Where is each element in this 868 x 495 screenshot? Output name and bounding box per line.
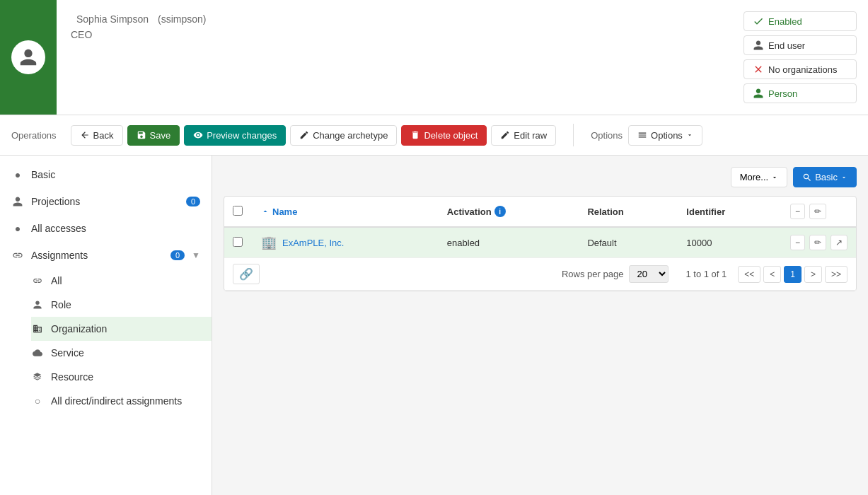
org-building-icon: 🏢: [261, 235, 277, 250]
assignments-count: 0: [170, 250, 185, 260]
chevron-down-icon: [686, 132, 693, 139]
divider: [573, 124, 574, 146]
assignments-icon: [11, 249, 24, 262]
role-person-icon: [33, 300, 42, 310]
edit-icon: [500, 130, 510, 140]
all-direct-icon: ○: [31, 395, 44, 407]
badge-no-orgs[interactable]: No organizations: [743, 59, 857, 79]
sidebar-item-all-direct[interactable]: ○ All direct/indirect assignments: [31, 389, 212, 413]
back-icon: [80, 130, 90, 140]
operations-label: Operations: [11, 130, 57, 141]
sidebar-item-service[interactable]: Service: [31, 341, 212, 365]
options-button[interactable]: Options: [628, 125, 702, 146]
add-assignment-btn[interactable]: 🔗: [233, 264, 260, 284]
row-identifier-cell: 10000: [678, 227, 782, 258]
th-minus-btn[interactable]: −: [790, 204, 805, 219]
save-icon: [137, 130, 146, 140]
sidebar-item-resource[interactable]: Resource: [31, 365, 212, 389]
row-forward-btn[interactable]: ↗: [831, 235, 847, 250]
menu-icon: [637, 130, 647, 140]
th-relation: Relation: [579, 197, 678, 227]
sidebar-item-basic[interactable]: ● Basic: [0, 161, 212, 188]
row-checkbox[interactable]: [233, 237, 243, 247]
first-page-btn[interactable]: <<: [738, 266, 760, 283]
rows-per-page: Rows per page 5 10 20 50 100: [562, 265, 669, 283]
person-icon: [753, 88, 764, 99]
sidebar-item-all-accesses[interactable]: ● All accesses: [0, 215, 212, 242]
projections-count: 0: [186, 197, 200, 206]
circle-icon: ●: [11, 168, 24, 181]
all-sub-icon: [31, 274, 44, 287]
pagination-row: 🔗 Rows per page 5 10 20 50: [224, 258, 856, 291]
more-button[interactable]: More...: [731, 167, 787, 187]
sidebar-item-role[interactable]: Role: [31, 293, 212, 317]
resource-icon: [31, 371, 44, 383]
link-sub-icon: [33, 276, 42, 286]
last-page-btn[interactable]: >>: [825, 266, 847, 283]
badge-person[interactable]: Person: [743, 83, 857, 103]
pagination-cell: 🔗 Rows per page 5 10 20 50: [224, 258, 856, 291]
service-icon: [31, 346, 44, 359]
org-name-link[interactable]: ExAmPLE, Inc.: [282, 238, 344, 248]
row-minus-btn[interactable]: −: [790, 235, 805, 250]
row-name-cell: 🏢 ExAmPLE, Inc.: [253, 227, 439, 258]
back-button[interactable]: Back: [71, 125, 123, 146]
th-name[interactable]: Name: [253, 197, 439, 227]
operations-bar: Operations Back Save Preview changes Cha…: [0, 115, 868, 156]
avatar: [11, 40, 45, 74]
page-range: 1 to 1 of 1: [685, 269, 727, 279]
table-row: 🏢 ExAmPLE, Inc. enabled Default 10000 − …: [224, 227, 856, 258]
next-page-btn[interactable]: >: [804, 266, 822, 283]
stack-icon: [33, 372, 42, 382]
sidebar-item-assignments[interactable]: Assignments 0 ▼: [0, 242, 212, 269]
header: Sophia Simpson (ssimpson) CEO Enabled En…: [0, 0, 868, 115]
assignments-table: Name Activation i Relation: [224, 197, 856, 291]
sidebar-item-all[interactable]: All: [31, 269, 212, 293]
row-actions-cell: − ✏ ↗: [782, 227, 856, 258]
main-layout: ● Basic Projections 0 ● All accesses Ass…: [0, 156, 868, 495]
delete-object-button[interactable]: Delete object: [401, 125, 487, 146]
chevron-icon: ▼: [192, 250, 200, 260]
header-badges: Enabled End user No organizations Person: [732, 0, 868, 115]
row-activation-cell: enabled: [439, 227, 579, 258]
save-button[interactable]: Save: [127, 125, 180, 146]
sidebar: ● Basic Projections 0 ● All accesses Ass…: [0, 156, 212, 495]
row-checkbox-cell: [224, 227, 253, 258]
role-icon: [31, 298, 44, 311]
table-container: Name Activation i Relation: [224, 196, 857, 291]
rows-per-page-select[interactable]: 5 10 20 50 100: [629, 265, 669, 283]
prev-page-btn[interactable]: <: [763, 266, 781, 283]
th-activation: Activation i: [439, 197, 579, 227]
content-area: More... Basic: [212, 156, 868, 495]
close-icon: [753, 64, 764, 75]
delete-icon: [410, 130, 420, 140]
activation-info-icon[interactable]: i: [494, 206, 506, 217]
options-label: Options: [591, 130, 623, 141]
change-archetype-button[interactable]: Change archetype: [290, 125, 397, 146]
edit-raw-button[interactable]: Edit raw: [491, 125, 556, 146]
page-1-btn[interactable]: 1: [784, 266, 802, 283]
sidebar-item-projections[interactable]: Projections 0: [0, 188, 212, 215]
row-edit-btn[interactable]: ✏: [809, 235, 826, 250]
th-checkbox: [224, 197, 253, 227]
th-identifier: Identifier: [678, 197, 782, 227]
th-actions: − ✏: [782, 197, 856, 227]
archetype-icon: [299, 130, 309, 140]
cloud-icon: [33, 348, 42, 358]
th-edit-btn[interactable]: ✏: [809, 204, 826, 219]
end-user-icon: [753, 40, 764, 51]
sort-icon: [261, 207, 270, 216]
preview-icon: [193, 130, 203, 140]
preview-changes-button[interactable]: Preview changes: [184, 125, 286, 146]
select-all-checkbox[interactable]: [233, 206, 243, 216]
organization-icon: [31, 322, 44, 335]
projections-icon: [11, 195, 24, 208]
user-title: CEO: [71, 29, 718, 40]
sidebar-item-organization[interactable]: Organization: [31, 317, 212, 341]
all-accesses-icon: ●: [11, 222, 24, 235]
badge-enabled[interactable]: Enabled: [743, 11, 857, 31]
badge-end-user[interactable]: End user: [743, 35, 857, 55]
person-proj-icon: [12, 196, 23, 207]
pagination-buttons: << < 1 > >>: [738, 266, 847, 283]
basic-filter-button[interactable]: Basic: [793, 167, 857, 187]
